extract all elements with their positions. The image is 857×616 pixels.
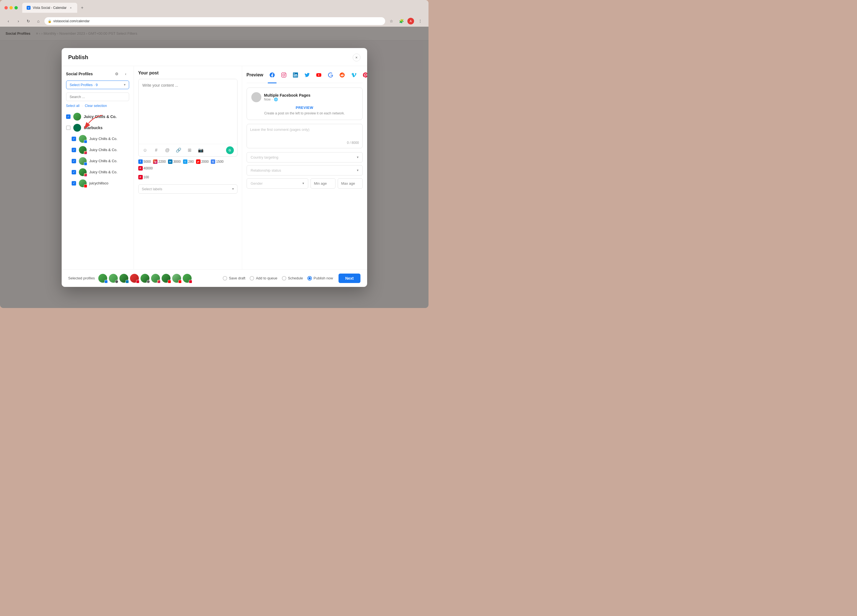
labels-select[interactable]: Select labels ▾ [138, 184, 237, 193]
footer-badge-pin [136, 280, 139, 283]
profile-item-juicy-top[interactable]: ✓ Juicy Chills & Co. [66, 111, 129, 122]
media-icon[interactable]: ⊞ [186, 147, 193, 153]
profile-item-juicy-fb1[interactable]: ✓ Juicy Chills & Co. [66, 133, 129, 144]
profiles-select-dropdown[interactable]: Select Profiles · 9 ▾ [66, 80, 129, 89]
stat-fb: f 5000 [138, 159, 151, 164]
gender-dropdown[interactable]: Gender ▾ [247, 178, 308, 189]
active-tab[interactable]: V Vista Social - Calendar × [22, 3, 77, 13]
relationship-status-dropdown[interactable]: Relationship status ▾ [247, 165, 363, 175]
radio-circle-save-draft[interactable] [223, 276, 227, 280]
profile-item-juicy-fb2[interactable]: ✓ Juicy Chills & Co. [66, 156, 129, 167]
modal-close-button[interactable]: × [353, 54, 360, 61]
radio-circle-publish-now[interactable] [308, 276, 312, 280]
checkbox-juicy-fb1[interactable]: ✓ [72, 137, 76, 141]
tab-linkedin[interactable] [291, 71, 300, 79]
bookmark-button[interactable]: ☆ [387, 17, 395, 25]
select-all-link[interactable]: Select all [66, 104, 80, 108]
tab-youtube[interactable] [314, 71, 323, 79]
grammarly-button[interactable]: G [226, 146, 234, 154]
tab-instagram[interactable] [279, 71, 288, 79]
next-button[interactable]: Next [339, 274, 360, 283]
g-stat-value: 1500 [216, 160, 224, 164]
footer-profile-3 [119, 274, 128, 283]
minimize-traffic-light[interactable] [9, 6, 13, 9]
yt-stat-value: 2000 [201, 160, 209, 164]
footer-badge-li [125, 280, 129, 283]
checkbox-juicy-ig1[interactable]: ✓ [72, 148, 76, 152]
tab-twitter[interactable] [303, 71, 312, 79]
li-stat-icon: in [168, 159, 172, 164]
tab-title: Vista Social - Calendar [33, 6, 67, 10]
footer-profile-2 [109, 274, 118, 283]
menu-button[interactable]: ⋮ [416, 17, 424, 25]
tab-pinterest[interactable] [361, 71, 367, 79]
preview-panel: Preview [242, 66, 367, 269]
emoji-icon[interactable]: ☺ [142, 147, 149, 153]
footer-profile-7 [162, 274, 170, 283]
camera-icon[interactable]: 📷 [198, 147, 204, 153]
stat-pin2: P 100 [138, 175, 149, 180]
radio-label-add-to-queue: Add to queue [256, 276, 277, 280]
tab-facebook[interactable] [268, 71, 277, 79]
radio-group: Save draft Add to queue Schedule [223, 276, 333, 280]
reload-button[interactable]: ↻ [25, 17, 32, 25]
preview-avatar [251, 92, 261, 102]
collapse-icon[interactable]: ‹ [122, 71, 129, 77]
filter-icon[interactable]: ⚙ [114, 71, 120, 77]
labels-placeholder: Select labels [142, 187, 162, 191]
g-stat-icon: G [211, 159, 215, 164]
checkbox-juicy-ig2[interactable]: ✓ [72, 170, 76, 175]
max-age-input[interactable] [338, 178, 363, 189]
comment-counter: 0 / 8000 [250, 141, 359, 145]
checkbox-juicychillsco[interactable]: ✓ [72, 181, 76, 186]
radio-publish-now[interactable]: Publish now [308, 276, 333, 280]
yt-stat-icon: yt [196, 159, 201, 164]
profile-item-juicy-ig1[interactable]: ✓ Juicy Chills & Co. [66, 144, 129, 156]
extensions-button[interactable]: 🧩 [398, 17, 405, 25]
content-editor: ☺ # @ 🔗 ⊞ 📷 G [138, 79, 237, 156]
min-age-input[interactable] [311, 178, 336, 189]
forward-button[interactable]: › [14, 17, 22, 25]
profile-button[interactable]: A [407, 18, 414, 25]
avatar-juicy-ig1 [79, 146, 87, 154]
fb-stat-value: 5000 [144, 160, 151, 164]
close-traffic-light[interactable] [5, 6, 8, 9]
tab-close-button[interactable]: × [69, 6, 73, 10]
radio-add-to-queue[interactable]: Add to queue [250, 276, 277, 280]
pin-stat-icon: P [138, 166, 143, 170]
address-bar-row: ‹ › ↻ ⌂ 🔒 vistasocial.com/calendar ☆ 🧩 A… [0, 15, 428, 27]
preview-label: PREVIEW [251, 105, 358, 110]
country-targeting-dropdown[interactable]: Country targeting ▾ [247, 152, 363, 163]
profile-item-juicy-ig2[interactable]: ✓ Juicy Chills & Co. [66, 167, 129, 178]
back-button[interactable]: ‹ [5, 17, 12, 25]
panel-header: Social Profiles ⚙ ‹ [66, 71, 129, 77]
radio-circle-add-to-queue[interactable] [250, 276, 254, 280]
fullscreen-traffic-light[interactable] [14, 6, 18, 9]
radio-schedule[interactable]: Schedule [282, 276, 303, 280]
profile-item-starbucks[interactable]: Starbucks [66, 122, 129, 133]
checkbox-juicy-fb2[interactable]: ✓ [72, 159, 76, 163]
checkbox-starbucks[interactable] [66, 125, 71, 130]
mention-icon[interactable]: @ [164, 147, 171, 153]
search-input[interactable] [66, 93, 129, 101]
tab-google[interactable] [326, 71, 335, 79]
stats-row: f 5000 ig 2200 in 3000 [138, 156, 237, 182]
radio-circle-schedule[interactable] [282, 276, 286, 280]
radio-save-draft[interactable]: Save draft [223, 276, 245, 280]
content-textarea[interactable] [139, 79, 237, 144]
tab-vimeo[interactable] [350, 71, 358, 79]
select-actions: Select all · Clear selection [66, 104, 129, 108]
hashtag-icon[interactable]: # [153, 147, 160, 153]
dot-separator: · [82, 104, 82, 108]
address-bar[interactable]: 🔒 vistasocial.com/calendar [45, 17, 385, 25]
home-button[interactable]: ⌂ [34, 17, 42, 25]
stat-ig: ig 2200 [153, 159, 166, 164]
tab-reddit[interactable] [338, 71, 347, 79]
preview-account-info: Multiple Facebook Pages Now · 🌐 [264, 93, 358, 101]
traffic-lights [5, 6, 18, 9]
new-tab-button[interactable]: + [78, 4, 86, 12]
profile-item-juicychillsco[interactable]: ✓ juicychillsco [66, 178, 129, 189]
clear-selection-link[interactable]: Clear selection [85, 104, 107, 108]
checkbox-juicy-top[interactable]: ✓ [66, 115, 71, 119]
link-icon[interactable]: 🔗 [175, 147, 182, 153]
